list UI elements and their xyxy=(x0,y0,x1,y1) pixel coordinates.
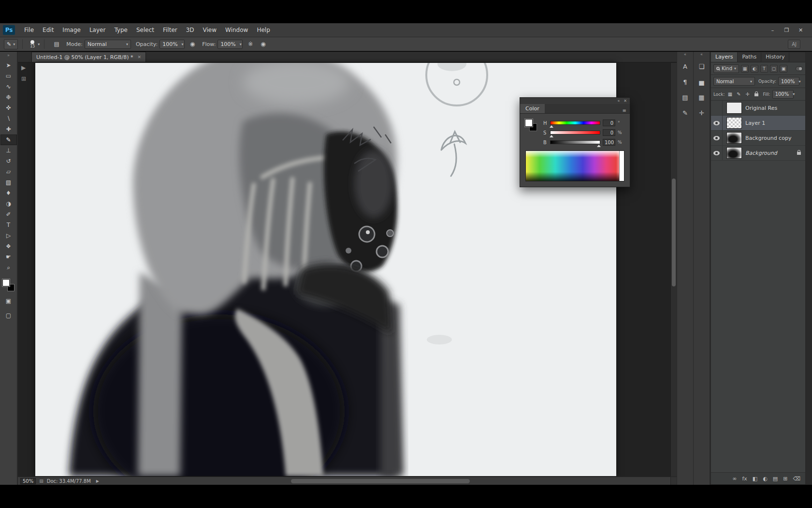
tool-zoom[interactable]: ⌕ xyxy=(0,262,17,273)
tool-type[interactable]: T xyxy=(0,220,17,230)
slider-value-field[interactable]: 0 xyxy=(603,120,615,126)
document-tab[interactable]: Untitled-1 @ 50% (Layer 1, RGB/8) * ✕ xyxy=(31,52,146,62)
close-button[interactable]: ✕ xyxy=(794,26,807,35)
status-menu-icon[interactable]: ▤ xyxy=(39,478,44,483)
menu-edit[interactable]: Edit xyxy=(38,23,58,37)
lock-all-icon[interactable] xyxy=(753,91,760,98)
link-layers-icon[interactable]: ∞ xyxy=(732,476,737,481)
expand-panels-icon[interactable]: « xyxy=(684,52,686,59)
layer-blend-mode-select[interactable]: Normal ▾ xyxy=(713,77,755,86)
layer-mask-icon[interactable]: ◧ xyxy=(753,476,757,481)
color-panel-titlebar[interactable]: « ✕ xyxy=(520,98,630,104)
layer-thumbnail[interactable] xyxy=(726,147,742,159)
panel-icon-paragraph[interactable]: ¶ xyxy=(679,75,692,88)
menu-layer[interactable]: Layer xyxy=(85,23,110,37)
tool-gradient[interactable]: ▧ xyxy=(0,177,17,188)
filter-smart-object-icon[interactable]: ▣ xyxy=(780,65,787,73)
tab-color[interactable]: Color xyxy=(520,104,545,113)
menu-window[interactable]: Window xyxy=(221,23,252,37)
tab-layers[interactable]: Layers xyxy=(711,52,738,62)
blend-mode-select[interactable]: Normal ▾ xyxy=(85,40,131,49)
expand-panels-icon[interactable]: « xyxy=(700,52,703,59)
menu-3d[interactable]: 3D xyxy=(182,23,199,37)
screen-mode-button[interactable]: ▢ xyxy=(0,310,17,321)
lock-pixels-icon[interactable]: ✎ xyxy=(736,91,742,98)
panel-icon-brush[interactable]: ✎ xyxy=(679,106,692,119)
tool-preset-picker[interactable]: ✎ ▾ xyxy=(4,39,18,49)
tool-move[interactable]: ➤ xyxy=(0,60,17,71)
layer-opacity-select[interactable]: 100% ▾ xyxy=(778,77,799,86)
slider-track[interactable] xyxy=(550,131,600,134)
flow-select[interactable]: 100% ▾ xyxy=(218,40,243,49)
panel-icon-styles[interactable]: ▤ xyxy=(679,91,692,104)
menu-filter[interactable]: Filter xyxy=(159,23,182,37)
tool-rectangular-marquee[interactable]: ▭ xyxy=(0,71,17,81)
tool-quick-selection[interactable]: ❉ xyxy=(0,92,17,103)
visibility-toggle[interactable] xyxy=(711,116,723,130)
foreground-background-swatches[interactable] xyxy=(2,279,15,292)
vertical-scrollbar[interactable] xyxy=(670,63,677,477)
visibility-toggle[interactable] xyxy=(711,146,723,160)
play-overlay-icon[interactable]: ▶ xyxy=(21,64,26,71)
panel-icon-histogram[interactable]: ▅ xyxy=(695,75,708,88)
status-flyout-icon[interactable]: ▶ xyxy=(96,479,99,483)
menu-view[interactable]: View xyxy=(199,23,221,37)
tool-shape[interactable]: ❖ xyxy=(0,241,17,252)
tool-dodge[interactable]: ◑ xyxy=(0,198,17,209)
lock-transparency-icon[interactable]: ▦ xyxy=(727,91,734,98)
pressure-size-icon[interactable]: ◉ xyxy=(258,40,268,49)
slider-value-field[interactable]: 0 xyxy=(603,129,615,136)
horizontal-scrollbar[interactable] xyxy=(102,478,669,484)
layer-row-layer-1[interactable]: Layer 1 xyxy=(711,116,805,131)
tool-brush[interactable]: ✎ xyxy=(0,134,17,145)
workspace-switcher[interactable]: AJ xyxy=(788,40,800,49)
close-icon[interactable]: ✕ xyxy=(138,55,142,60)
toggle-brush-panel-icon[interactable]: ▤ xyxy=(52,40,61,49)
new-layer-icon[interactable]: ⊞ xyxy=(783,476,787,481)
layer-group-icon[interactable]: ▤ xyxy=(773,476,778,481)
filter-shape-layers-icon[interactable]: ▢ xyxy=(770,65,778,73)
menu-help[interactable]: Help xyxy=(252,23,274,37)
brush-preset-picker[interactable]: 15 xyxy=(27,40,38,48)
slider-value-field[interactable]: 100 xyxy=(603,139,615,146)
visibility-toggle[interactable] xyxy=(711,131,723,145)
tool-pen[interactable]: ✐ xyxy=(0,209,17,220)
layer-effects-icon[interactable]: fx xyxy=(742,476,747,481)
visibility-toggle[interactable] xyxy=(711,101,723,115)
slider-thumb[interactable] xyxy=(550,123,553,128)
tool-blur[interactable]: ♦ xyxy=(0,188,17,198)
foreground-color-swatch[interactable] xyxy=(2,279,10,286)
slider-thumb[interactable] xyxy=(597,143,601,147)
layer-thumbnail[interactable] xyxy=(726,117,742,129)
layer-row-original-res[interactable]: Original Res xyxy=(711,101,805,116)
opacity-select[interactable]: 100% ▾ xyxy=(160,40,185,49)
filter-adjustment-layers-icon[interactable]: ◐ xyxy=(751,65,758,73)
panel-icon-swatches[interactable]: ▦ xyxy=(695,91,708,104)
tool-hand[interactable]: ☛ xyxy=(0,252,17,262)
horizontal-scrollbar-thumb[interactable] xyxy=(291,479,470,483)
tool-eraser[interactable]: ▱ xyxy=(0,166,17,177)
layer-filter-toggle-button[interactable] xyxy=(796,66,803,71)
layer-thumbnail[interactable] xyxy=(726,132,742,144)
layer-row-background[interactable]: Background xyxy=(711,146,805,161)
tab-history[interactable]: History xyxy=(761,52,789,62)
filter-pixel-layers-icon[interactable]: ▦ xyxy=(741,65,749,73)
layer-thumbnail[interactable] xyxy=(726,102,742,114)
zoom-level-field[interactable]: 50% xyxy=(20,478,36,484)
tool-crop[interactable]: ✜ xyxy=(0,103,17,113)
menu-select[interactable]: Select xyxy=(132,23,159,37)
grid-overlay-icon[interactable]: ⊞ xyxy=(21,75,26,82)
menu-type[interactable]: Type xyxy=(110,23,132,37)
close-panel-icon[interactable]: ✕ xyxy=(624,99,627,103)
tool-eyedropper[interactable]: ∖ xyxy=(0,113,17,124)
layer-row-background-copy[interactable]: Background copy xyxy=(711,131,805,146)
minimize-button[interactable]: – xyxy=(766,26,779,35)
panel-icon-clone-source[interactable]: ❏ xyxy=(695,60,708,73)
slider-thumb[interactable] xyxy=(550,133,553,137)
slider-track[interactable] xyxy=(550,121,600,125)
quick-mask-button[interactable]: ▣ xyxy=(0,296,17,306)
panel-icon-character[interactable]: A xyxy=(679,60,692,73)
pressure-opacity-icon[interactable]: ◉ xyxy=(188,40,197,49)
airbrush-icon[interactable]: ※ xyxy=(246,40,255,49)
tool-path-selection[interactable]: ▷ xyxy=(0,230,17,241)
